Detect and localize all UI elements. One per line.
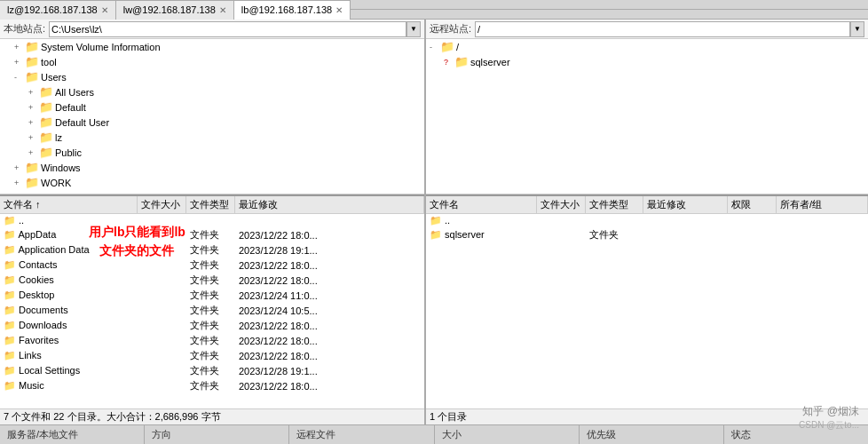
- file-row-documents[interactable]: 📁 Documents 文件夹 2023/12/24 10:5...: [0, 303, 424, 318]
- tree-item-svi[interactable]: + 📁 System Volume Information: [0, 39, 424, 54]
- bottom-bar: 服务器/本地文件 方向 远程文件 大小 优先级 状态: [0, 424, 868, 444]
- expand-icon-users[interactable]: -: [14, 73, 25, 82]
- right-col-owner[interactable]: 所有者/组: [777, 196, 868, 213]
- tree-item-root[interactable]: - 📁 /: [426, 39, 868, 54]
- expand-icon-windows[interactable]: +: [14, 163, 25, 172]
- folder-icon-root: 📁: [440, 40, 454, 53]
- bottom-label-server: 服务器/本地文件: [7, 428, 78, 441]
- right-col-type[interactable]: 文件类型: [586, 196, 643, 213]
- file-row-downloads[interactable]: 📁 Downloads 文件夹 2023/12/22 18:0...: [0, 318, 424, 333]
- file-row-music[interactable]: 📁 Music 文件夹 2023/12/22 18:0...: [0, 378, 424, 393]
- tree-item-work[interactable]: + 📁 WORK: [0, 175, 424, 190]
- folder-icon: 📁: [4, 215, 16, 226]
- close-tab-lb[interactable]: ✕: [335, 5, 343, 15]
- tree-label-windows: Windows: [41, 163, 81, 173]
- expand-icon-default[interactable]: +: [28, 103, 39, 112]
- left-col-name[interactable]: 文件名 ↑: [0, 196, 138, 213]
- left-address-label: 本地站点:: [4, 22, 45, 36]
- tab-label-lz: lz@192.168.187.138: [7, 4, 98, 15]
- right-panel: 远程站点: ▼ - 📁 / ? 📁 sqlserver: [426, 20, 868, 424]
- folder-icon-public: 📁: [39, 146, 53, 159]
- file-row-dotdot[interactable]: 📁 ..: [0, 214, 424, 227]
- question-icon: ?: [444, 58, 454, 67]
- folder-icon-favorites: 📁: [4, 335, 16, 345]
- watermark: 知乎 @烟沫: [802, 404, 859, 419]
- folder-icon-downloads: 📁: [4, 320, 16, 330]
- expand-icon-public[interactable]: +: [28, 148, 39, 157]
- folder-icon-windows: 📁: [25, 161, 39, 174]
- file-row-cookies[interactable]: 📁 Cookies 文件夹 2023/12/22 18:0...: [0, 273, 424, 288]
- right-tree-pane[interactable]: - 📁 / ? 📁 sqlserver: [426, 39, 868, 194]
- tree-item-tool[interactable]: + 📁 tool: [0, 54, 424, 69]
- expand-icon-defaultuser[interactable]: +: [28, 118, 39, 127]
- tree-item-windows[interactable]: + 📁 Windows: [0, 160, 424, 175]
- folder-icon-right-dotdot: 📁: [430, 215, 442, 226]
- tree-label-root: /: [456, 42, 459, 52]
- folder-icon-documents: 📁: [4, 305, 16, 315]
- tree-item-default[interactable]: + 📁 Default: [0, 99, 424, 115]
- bottom-label-direction: 方向: [152, 428, 171, 441]
- right-file-row-dotdot[interactable]: 📁 ..: [426, 214, 868, 227]
- file-row-localsettings[interactable]: 📁 Local Settings 文件夹 2023/12/28 19:1...: [0, 363, 424, 378]
- folder-icon-right-sqlserver: 📁: [430, 229, 442, 240]
- tree-item-sqlserver[interactable]: ? 📁 sqlserver: [426, 54, 868, 69]
- left-panel: 本地站点: ▼ + 📁 System Volume Information + …: [0, 20, 426, 424]
- tree-item-allusers[interactable]: + 📁 All Users: [0, 84, 424, 99]
- tree-item-public[interactable]: + 📁 Public: [0, 145, 424, 160]
- right-file-list[interactable]: 📁 .. 📁 sqlserver 文件夹: [426, 214, 868, 408]
- left-status-text: 7 个文件和 22 个目录。大小合计：2,686,996 字节: [4, 410, 221, 424]
- expand-icon-lz[interactable]: +: [28, 133, 39, 142]
- tab-lw[interactable]: lw@192.168.187.138 ✕: [116, 0, 234, 20]
- left-file-list[interactable]: 用户lb只能看到lb文件夹的文件 📁 .. 📁 AppData: [0, 214, 424, 408]
- close-tab-lw[interactable]: ✕: [219, 5, 226, 15]
- bottom-label-remote: 远程文件: [296, 428, 335, 441]
- file-row-contacts[interactable]: 📁 Contacts 文件夹 2023/12/22 18:0...: [0, 258, 424, 273]
- folder-icon-sqlserver: 📁: [454, 55, 469, 68]
- folder-icon-cookies: 📁: [4, 274, 16, 285]
- folder-icon-localsettings: 📁: [4, 365, 16, 376]
- tab-lb[interactable]: lb@192.168.187.138 ✕: [234, 0, 351, 20]
- file-row-appdata[interactable]: 📁 AppData 文件夹 2023/12/22 18:0...: [0, 227, 424, 242]
- folder-icon-desktop: 📁: [4, 289, 16, 300]
- left-address-bar: 本地站点: ▼: [0, 20, 424, 39]
- expand-icon-tool[interactable]: +: [14, 58, 25, 67]
- right-address-dropdown[interactable]: ▼: [850, 21, 864, 37]
- file-row-links[interactable]: 📁 Links 文件夹 2023/12/22 18:0...: [0, 348, 424, 363]
- left-col-size[interactable]: 文件大小: [138, 196, 186, 213]
- folder-icon-contacts: 📁: [4, 259, 16, 270]
- bottom-label-size: 大小: [442, 428, 462, 441]
- close-tab-lz[interactable]: ✕: [101, 5, 108, 15]
- tree-item-defaultuser[interactable]: + 📁 Default User: [0, 115, 424, 130]
- expand-icon-work[interactable]: +: [14, 178, 25, 187]
- tree-label-users: Users: [41, 72, 67, 83]
- folder-icon-allusers: 📁: [39, 85, 53, 99]
- tab-bar: lz@192.168.187.138 ✕ lw@192.168.187.138 …: [0, 0, 868, 20]
- right-col-modified[interactable]: 最近修改: [643, 196, 728, 213]
- expand-icon-root[interactable]: -: [430, 43, 440, 52]
- bottom-section-priority: 优先级: [580, 425, 724, 444]
- tree-item-lz[interactable]: + 📁 lz: [0, 130, 424, 145]
- folder-icon-work: 📁: [25, 176, 39, 189]
- right-col-size[interactable]: 文件大小: [537, 196, 586, 213]
- tree-item-users[interactable]: - 📁 Users: [0, 69, 424, 84]
- left-col-modified[interactable]: 最近修改: [235, 196, 424, 213]
- tab-lz[interactable]: lz@192.168.187.138 ✕: [0, 0, 116, 20]
- left-address-input[interactable]: [49, 21, 406, 37]
- tree-label-allusers: All Users: [55, 87, 94, 98]
- right-col-name[interactable]: 文件名: [426, 196, 537, 213]
- file-row-desktop[interactable]: 📁 Desktop 文件夹 2023/12/24 11:0...: [0, 288, 424, 303]
- left-tree-pane[interactable]: + 📁 System Volume Information + 📁 tool -…: [0, 39, 424, 194]
- right-col-perms[interactable]: 权限: [728, 196, 777, 213]
- folder-icon-links: 📁: [4, 350, 16, 361]
- expand-icon-allusers[interactable]: +: [28, 88, 39, 97]
- expand-icon-svi[interactable]: +: [14, 43, 25, 52]
- file-row-favorites[interactable]: 📁 Favorites 文件夹 2023/12/22 18:0...: [0, 333, 424, 348]
- right-address-label: 远程站点:: [430, 22, 471, 36]
- left-col-type[interactable]: 文件类型: [186, 196, 235, 213]
- right-file-row-sqlserver[interactable]: 📁 sqlserver 文件夹: [426, 227, 868, 242]
- right-address-input[interactable]: [475, 21, 850, 37]
- tree-label-lz: lz: [55, 132, 62, 143]
- left-address-dropdown[interactable]: ▼: [406, 21, 421, 37]
- file-row-appdata2[interactable]: 📁 Application Data 文件夹 2023/12/28 19:1..…: [0, 242, 424, 258]
- folder-icon-default: 📁: [39, 100, 53, 114]
